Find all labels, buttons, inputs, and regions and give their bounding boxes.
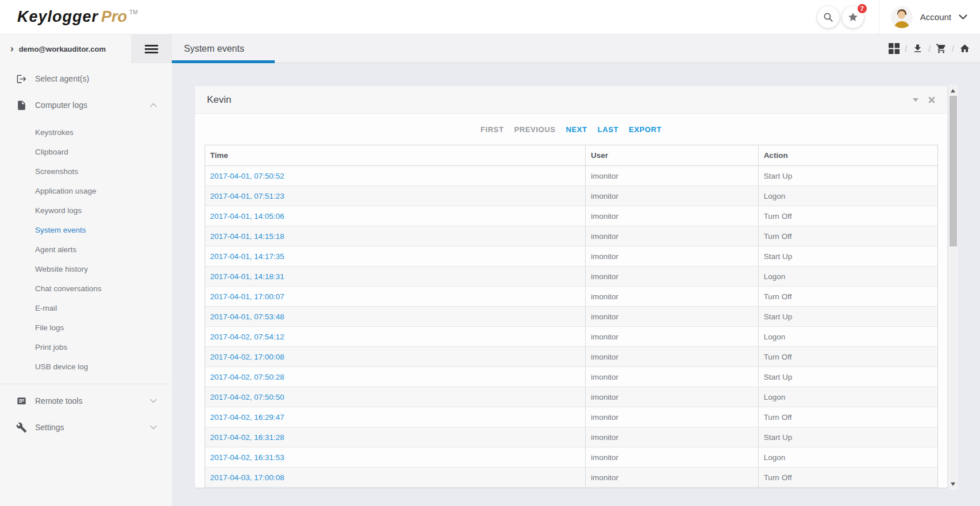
chevron-down-icon bbox=[150, 426, 157, 430]
dashboard-button[interactable] bbox=[889, 43, 900, 54]
page-link[interactable]: FIRST bbox=[481, 125, 504, 134]
scroll-thumb[interactable] bbox=[950, 96, 957, 246]
avatar bbox=[891, 6, 913, 28]
time-link[interactable]: 2017-04-02, 07:50:50 bbox=[210, 393, 285, 401]
time-link[interactable]: 2017-04-01, 14:17:35 bbox=[210, 252, 285, 261]
action-cell: Turn Off bbox=[759, 347, 937, 366]
document-icon bbox=[16, 100, 27, 111]
time-link[interactable]: 2017-04-01, 14:05:06 bbox=[210, 212, 285, 221]
sidebar-subitem[interactable]: Chat conversations bbox=[0, 279, 172, 299]
close-icon bbox=[928, 96, 935, 103]
sidebar-item-label: Remote tools bbox=[35, 396, 82, 405]
table-row: 2017-04-02, 07:54:12 imonitor Logon bbox=[205, 327, 937, 347]
user-cell: imonitor bbox=[586, 246, 759, 266]
action-cell: Start Up bbox=[759, 166, 937, 186]
sidebar-item-remote-tools[interactable]: Remote tools bbox=[0, 388, 172, 414]
logout-arrow-icon bbox=[16, 74, 27, 84]
scroll-up-button[interactable] bbox=[951, 89, 955, 92]
table-row: 2017-04-01, 17:00:07 imonitor Turn Off bbox=[205, 287, 937, 307]
sidebar-subitem[interactable]: Website history bbox=[0, 260, 172, 279]
action-cell: Start Up bbox=[759, 246, 937, 266]
action-cell: Turn Off bbox=[759, 407, 937, 427]
home-button[interactable] bbox=[959, 43, 970, 54]
sidebar-subitem[interactable]: Print jobs bbox=[0, 338, 172, 357]
table-row: 2017-04-01, 07:53:48 imonitor Start Up bbox=[205, 307, 937, 327]
table-row: 2017-04-01, 07:50:52 imonitor Start Up bbox=[205, 166, 937, 186]
time-link[interactable]: 2017-04-01, 07:53:48 bbox=[210, 312, 285, 321]
sidebar-subitem[interactable]: Keystrokes bbox=[0, 123, 172, 142]
sidebar-subitem[interactable]: File logs bbox=[0, 318, 172, 338]
sidebar-subitem[interactable]: Keyword logs bbox=[0, 201, 172, 221]
hamburger-icon bbox=[145, 45, 158, 47]
sidebar-item-computer-logs[interactable]: Computer logs bbox=[0, 92, 172, 118]
time-link[interactable]: 2017-04-01, 17:00:07 bbox=[210, 292, 285, 301]
column-header-action: Action bbox=[759, 145, 937, 165]
scroll-down-button[interactable] bbox=[951, 482, 955, 486]
sidebar-divider bbox=[0, 384, 172, 384]
pagination: FIRST PREVIOUS NEXT LAST EXPORT bbox=[195, 114, 947, 145]
time-link[interactable]: 2017-04-02, 07:50:28 bbox=[210, 373, 285, 381]
table-row: 2017-04-01, 07:51:23 imonitor Logon bbox=[205, 186, 937, 206]
time-link[interactable]: 2017-04-02, 16:29:47 bbox=[210, 413, 285, 422]
time-link[interactable]: 2017-04-03, 17:00:08 bbox=[210, 473, 285, 482]
sidebar-subitem[interactable]: Screenshots bbox=[0, 162, 172, 181]
favorites-button[interactable]: 7 bbox=[842, 6, 864, 28]
account-email: demo@workauditor.com bbox=[19, 45, 106, 53]
sidebar-subitem[interactable]: Agent alerts bbox=[0, 240, 172, 260]
time-link[interactable]: 2017-04-02, 17:00:08 bbox=[210, 353, 285, 361]
tab-label: System events bbox=[184, 44, 244, 54]
account-tree-node[interactable]: › demo@workauditor.com bbox=[0, 34, 172, 63]
page-link[interactable]: NEXT bbox=[566, 125, 587, 134]
time-link[interactable]: 2017-04-01, 14:15:18 bbox=[210, 232, 285, 241]
table-row: 2017-04-01, 14:17:35 imonitor Start Up bbox=[205, 246, 937, 266]
close-button[interactable] bbox=[928, 96, 935, 103]
collapse-button[interactable] bbox=[913, 98, 918, 102]
sidebar-item-settings[interactable]: Settings bbox=[0, 414, 172, 441]
sidebar-item-label: Settings bbox=[35, 423, 64, 432]
time-link[interactable]: 2017-04-02, 07:54:12 bbox=[210, 333, 285, 341]
action-cell: Logon bbox=[759, 266, 937, 286]
trademark-label: TM bbox=[129, 9, 137, 16]
menu-toggle-button[interactable] bbox=[131, 34, 172, 63]
download-button[interactable] bbox=[912, 43, 923, 54]
time-link[interactable]: 2017-04-02, 16:31:28 bbox=[210, 433, 285, 442]
top-bar: KeyloggerProTM 7 Account bbox=[0, 0, 980, 34]
tab-system-events[interactable]: System events bbox=[172, 34, 275, 63]
panel-title: Kevin bbox=[207, 94, 232, 106]
sidebar-subitem[interactable]: Clipboard bbox=[0, 142, 172, 162]
user-cell: imonitor bbox=[586, 206, 759, 226]
time-link[interactable]: 2017-04-02, 16:31:53 bbox=[210, 453, 285, 462]
sidebar-subitem[interactable]: E-mail bbox=[0, 299, 172, 318]
cart-button[interactable] bbox=[936, 43, 947, 54]
user-cell: imonitor bbox=[586, 266, 759, 286]
time-link[interactable]: 2017-04-01, 14:18:31 bbox=[210, 272, 285, 281]
page-link[interactable]: EXPORT bbox=[629, 125, 662, 134]
action-cell: Start Up bbox=[759, 427, 937, 447]
user-cell: imonitor bbox=[586, 166, 759, 186]
content-scrollbar[interactable] bbox=[948, 85, 958, 490]
tabbar-tools: / / / bbox=[889, 34, 970, 63]
action-cell: Start Up bbox=[759, 367, 937, 387]
search-icon bbox=[823, 12, 833, 22]
table-row: 2017-04-02, 07:50:28 imonitor Start Up bbox=[205, 367, 937, 387]
action-cell: Logon bbox=[759, 327, 937, 346]
panel-tools bbox=[913, 96, 935, 103]
events-panel: Kevin FIRST PREVIOUS NEXT bbox=[195, 86, 947, 488]
account-menu[interactable]: Account bbox=[891, 6, 967, 28]
time-link[interactable]: 2017-04-01, 07:51:23 bbox=[210, 192, 285, 200]
search-button[interactable] bbox=[817, 6, 839, 28]
time-link[interactable]: 2017-04-01, 07:50:52 bbox=[210, 172, 285, 180]
sidebar-subitem[interactable]: USB device log bbox=[0, 357, 172, 377]
sidebar-subitem[interactable]: Application usage bbox=[0, 181, 172, 201]
user-cell: imonitor bbox=[586, 307, 759, 326]
table-row: 2017-04-01, 14:15:18 imonitor Turn Off bbox=[205, 226, 937, 246]
table-header: Time User Action bbox=[205, 145, 937, 166]
table-row: 2017-04-01, 14:18:31 imonitor Logon bbox=[205, 266, 937, 287]
sidebar-subitem[interactable]: System events bbox=[0, 221, 172, 240]
page-link[interactable]: LAST bbox=[598, 125, 618, 134]
table-row: 2017-04-02, 16:31:53 imonitor Logon bbox=[205, 447, 937, 468]
page-link[interactable]: PREVIOUS bbox=[514, 125, 556, 134]
user-cell: imonitor bbox=[586, 347, 759, 366]
sidebar-item-select-agents[interactable]: Select agent(s) bbox=[0, 65, 172, 92]
user-cell: imonitor bbox=[586, 287, 759, 306]
